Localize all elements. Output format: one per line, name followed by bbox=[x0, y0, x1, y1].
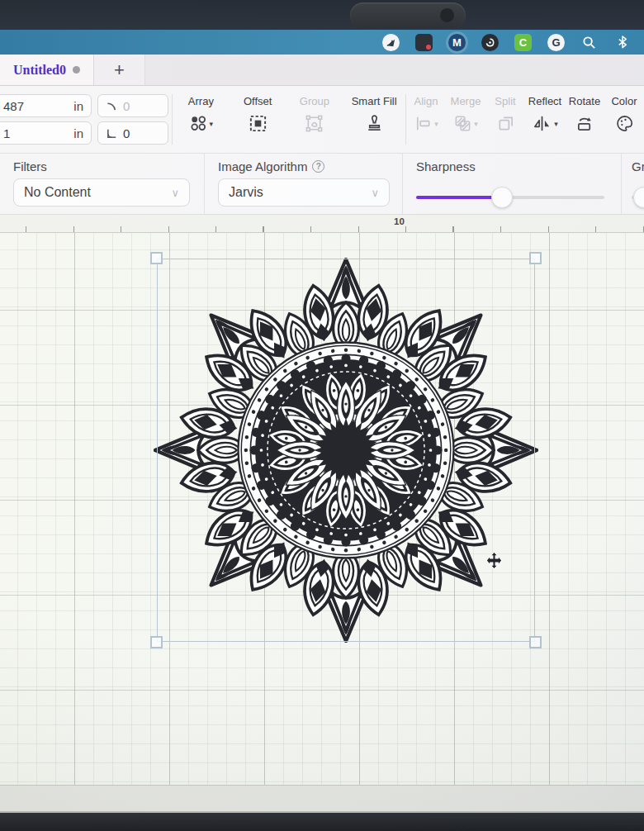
toolbar-button-label: Smart Fill bbox=[352, 95, 397, 107]
tab-untitled0[interactable]: Untitled0 bbox=[0, 55, 94, 85]
image-algorithm-panel: Image Algorithm ? Jarvis ∨ bbox=[205, 154, 403, 214]
skew-value: 0 bbox=[123, 126, 130, 140]
webcam-privacy-cover bbox=[350, 2, 466, 28]
caret-down-icon: ▾ bbox=[474, 121, 478, 128]
ruler-tick-label: 10 bbox=[394, 216, 405, 226]
align-icon: ▾ bbox=[414, 113, 438, 133]
toolbar-button-merge: Merge▾ bbox=[446, 86, 485, 153]
image-settings-row: Filters No Content ∨ Image Algorithm ? J… bbox=[0, 154, 644, 215]
smartfill-icon bbox=[365, 113, 384, 133]
rotate-curve-icon bbox=[106, 100, 118, 112]
image-algorithm-value: Jarvis bbox=[229, 185, 263, 200]
laptop-bottom-bezel bbox=[0, 813, 644, 831]
slider-fill bbox=[416, 196, 502, 199]
g-app-icon[interactable]: G bbox=[547, 34, 565, 51]
laptop-top-bezel bbox=[0, 0, 644, 30]
bluetooth-icon[interactable] bbox=[613, 34, 631, 51]
selection-box[interactable] bbox=[157, 259, 535, 642]
height-value: 1 bbox=[3, 126, 10, 140]
filters-value: No Content bbox=[24, 185, 91, 200]
toolbar-button-group: Group bbox=[295, 86, 334, 153]
caret-down-icon: ▾ bbox=[434, 121, 438, 128]
toolbar-button-label: Rotate bbox=[569, 95, 600, 107]
chevron-down-icon: ∨ bbox=[171, 187, 179, 199]
bottom-panel bbox=[0, 785, 644, 813]
group-icon bbox=[305, 113, 324, 133]
grayscale-panel: Grays bbox=[622, 154, 644, 214]
height-unit: in bbox=[73, 126, 83, 140]
selection-handle-bottom-right[interactable] bbox=[529, 636, 542, 648]
offset-icon bbox=[249, 113, 268, 133]
filters-select[interactable]: No Content ∨ bbox=[13, 178, 190, 207]
toolbar-button-reflect[interactable]: Reflect▾ bbox=[525, 86, 565, 153]
toolbar-button-offset[interactable]: Offset bbox=[238, 86, 277, 153]
toolbar: 487 in 0 1 in 0 Array▾OffsetGr bbox=[0, 86, 644, 154]
array-icon: ▾ bbox=[189, 113, 214, 133]
document-tab-bar: Untitled0 + bbox=[0, 55, 644, 86]
filters-panel: Filters No Content ∨ bbox=[0, 154, 205, 214]
toolbar-button-color[interactable]: Color bbox=[604, 86, 644, 153]
new-tab-button[interactable]: + bbox=[94, 55, 145, 85]
unsaved-dot-icon bbox=[73, 66, 80, 74]
grayscale-slider[interactable] bbox=[632, 187, 644, 208]
skew-field[interactable]: 0 bbox=[97, 121, 168, 145]
spotlight-search-icon[interactable] bbox=[580, 34, 598, 51]
toolbar-button-label: Align bbox=[414, 95, 438, 107]
toolbar-button-label: Color bbox=[611, 95, 637, 107]
toolbar-button-align: Align▾ bbox=[406, 86, 446, 153]
grayscale-label: Grays bbox=[632, 159, 632, 173]
design-canvas[interactable] bbox=[0, 233, 644, 785]
color-icon bbox=[615, 113, 634, 133]
split-icon bbox=[496, 113, 515, 133]
toolbar-button-split: Split bbox=[485, 86, 525, 153]
toolbar-button-label: Split bbox=[495, 95, 515, 107]
width-field[interactable]: 487 in bbox=[0, 94, 92, 117]
toolbar-group-edit: Array▾OffsetGroupSmart Fill bbox=[173, 86, 405, 153]
help-circle-icon[interactable]: ? bbox=[312, 160, 324, 173]
filters-label: Filters bbox=[13, 159, 192, 173]
c-app-icon[interactable]: C bbox=[514, 34, 532, 51]
angle-icon bbox=[106, 127, 118, 140]
sharpness-slider[interactable] bbox=[416, 187, 604, 208]
reflect-icon: ▾ bbox=[532, 113, 558, 133]
swirl-app-icon[interactable] bbox=[481, 34, 499, 51]
menubar: MCG bbox=[0, 30, 644, 55]
round-app-icon[interactable] bbox=[382, 34, 400, 51]
width-value: 487 bbox=[3, 99, 24, 113]
chevron-down-icon: ∨ bbox=[371, 187, 379, 199]
horizontal-ruler: 10 bbox=[0, 215, 644, 233]
sharpness-label: Sharpness bbox=[416, 159, 609, 173]
image-algorithm-select[interactable]: Jarvis ∨ bbox=[218, 178, 390, 207]
slider-thumb[interactable] bbox=[633, 187, 644, 208]
image-algorithm-label: Image Algorithm bbox=[218, 159, 307, 173]
rotate-icon bbox=[575, 113, 594, 133]
selection-handle-top-left[interactable] bbox=[150, 252, 163, 264]
width-unit: in bbox=[73, 99, 83, 113]
caret-down-icon: ▾ bbox=[210, 121, 214, 128]
pixel-app-icon[interactable] bbox=[415, 34, 433, 51]
merge-icon: ▾ bbox=[453, 113, 478, 133]
move-cursor-icon bbox=[485, 551, 504, 570]
toolbar-button-label: Group bbox=[300, 95, 329, 107]
tab-title: Untitled0 bbox=[13, 63, 66, 78]
toolbar-button-label: Offset bbox=[244, 95, 272, 107]
m-app-icon[interactable]: M bbox=[448, 34, 466, 51]
selection-handle-bottom-left[interactable] bbox=[150, 636, 163, 648]
photographed-laptop-screen: MCG Untitled0 + 487 in 0 1 bbox=[0, 0, 644, 831]
toolbar-button-smart-fill[interactable]: Smart Fill bbox=[352, 86, 397, 153]
transform-fields: 487 in 0 1 in 0 bbox=[0, 86, 172, 153]
toolbar-button-label: Array bbox=[188, 95, 214, 107]
caret-down-icon: ▾ bbox=[554, 121, 558, 128]
slider-thumb[interactable] bbox=[491, 187, 513, 208]
rotate-field[interactable]: 0 bbox=[97, 94, 168, 117]
webcam-lens bbox=[440, 8, 454, 22]
selection-handle-top-right[interactable] bbox=[529, 252, 542, 264]
height-field[interactable]: 1 in bbox=[0, 121, 92, 145]
sharpness-panel: Sharpness bbox=[403, 154, 622, 214]
toolbar-button-label: Merge bbox=[451, 95, 481, 107]
toolbar-button-label: Reflect bbox=[528, 95, 561, 107]
toolbar-button-rotate[interactable]: Rotate bbox=[565, 86, 604, 153]
toolbar-group-arrange: Align▾Merge▾SplitReflect▾RotateColor bbox=[406, 86, 644, 153]
rotate-value: 0 bbox=[123, 99, 130, 113]
toolbar-button-array[interactable]: Array▾ bbox=[181, 86, 220, 153]
